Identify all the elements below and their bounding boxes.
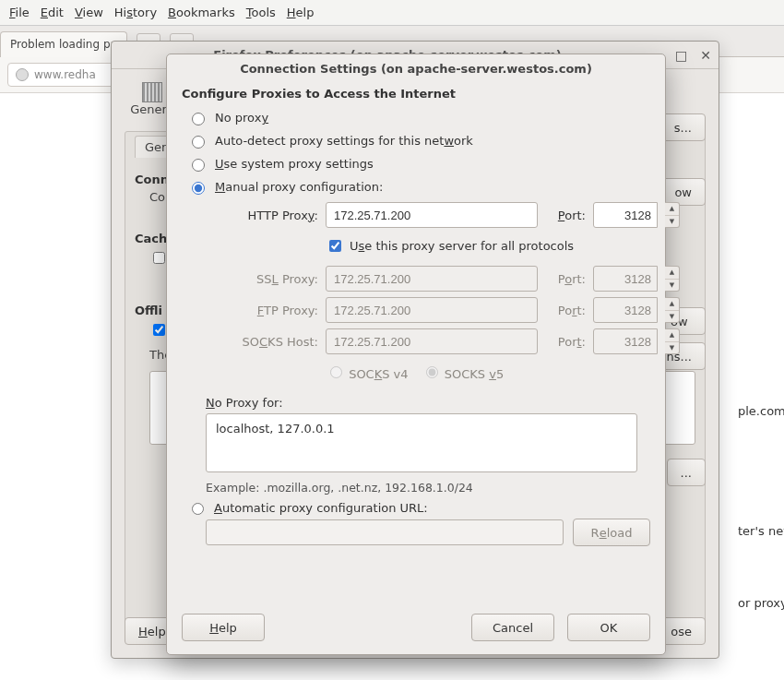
- cancel-button[interactable]: Cancel: [471, 614, 554, 641]
- menu-view[interactable]: View: [75, 6, 103, 19]
- ssl-port-spinner: ▲▼: [665, 266, 680, 292]
- radio-manual-proxy-input[interactable]: [192, 182, 205, 195]
- menu-help[interactable]: Help: [287, 6, 315, 19]
- http-proxy-input[interactable]: [326, 202, 538, 228]
- reload-button[interactable]: Reload: [573, 519, 650, 546]
- maximize-icon[interactable]: □: [675, 48, 687, 63]
- tab-title: Problem loading pa: [10, 38, 117, 51]
- use-for-all-checkbox[interactable]: [329, 240, 341, 252]
- radio-auto-url[interactable]: Automatic proxy configuration URL:: [187, 500, 650, 515]
- url-text: www.redha: [34, 68, 96, 81]
- dialog-footer: Help Cancel OK: [182, 614, 650, 641]
- menu-bookmarks[interactable]: Bookmarks: [168, 6, 235, 19]
- dialog-heading: Configure Proxies to Access the Internet: [182, 87, 650, 101]
- radio-auto-url-input[interactable]: [192, 503, 204, 515]
- use-for-all-label: Use this proxy server for all protocols: [350, 239, 574, 253]
- connection-settings-button[interactable]: s...: [660, 113, 706, 141]
- browser-tab[interactable]: Problem loading pa: [0, 31, 127, 57]
- ftp-port-label: Port:: [545, 304, 586, 317]
- radio-socks5: SOCKS v5: [422, 364, 505, 381]
- ssl-proxy-label: SSL Proxy:: [206, 272, 318, 286]
- menubar: File Edit View History Bookmarks Tools H…: [0, 0, 784, 26]
- globe-icon: [16, 68, 29, 81]
- http-proxy-label: HTTP Proxy:: [206, 209, 318, 222]
- offline-notify-checkbox[interactable]: [153, 324, 165, 336]
- no-proxy-input[interactable]: [206, 413, 637, 472]
- ftp-port-spinner: ▲▼: [665, 297, 680, 323]
- ssl-port-label: Port:: [545, 272, 586, 286]
- no-proxy-label: No Proxy for:: [206, 396, 650, 410]
- menu-history[interactable]: History: [114, 6, 157, 19]
- radio-system-proxy[interactable]: Use system proxy settings: [187, 156, 650, 172]
- ok-button[interactable]: OK: [567, 614, 650, 641]
- socks-host-label: SOCKS Host:: [206, 335, 318, 349]
- http-port-label: Port:: [545, 209, 586, 222]
- auto-url-input: [206, 519, 564, 545]
- socks-port-spinner: ▲▼: [665, 328, 680, 354]
- radio-auto-detect[interactable]: Auto-detect proxy settings for this netw…: [187, 133, 650, 149]
- http-port-spinner[interactable]: ▲▼: [665, 202, 680, 228]
- menu-file[interactable]: File: [9, 6, 30, 19]
- radio-auto-detect-input[interactable]: [192, 136, 205, 149]
- dialog-help-button[interactable]: Help: [182, 614, 265, 641]
- error-text-clip: ple.com in ter's netw or proxy,: [738, 352, 784, 663]
- radio-socks4: SOCKS v4: [326, 364, 409, 381]
- radio-no-proxy[interactable]: No proxy: [187, 110, 650, 125]
- connection-settings-dialog: Connection Settings (on apache-server.we…: [166, 54, 666, 655]
- socks-host-input: [326, 328, 538, 354]
- dialog-title: Connection Settings (on apache-server.we…: [167, 54, 665, 81]
- socks-port-label: Port:: [545, 335, 586, 349]
- radio-manual-proxy[interactable]: Manual proxy configuration:: [187, 179, 650, 195]
- offline-remove-button[interactable]: ...: [667, 459, 706, 486]
- http-port-input[interactable]: [593, 202, 658, 228]
- ftp-proxy-label: FTP Proxy:: [206, 304, 318, 317]
- radio-system-proxy-input[interactable]: [192, 159, 205, 172]
- menu-edit[interactable]: Edit: [41, 6, 64, 19]
- radio-no-proxy-input[interactable]: [192, 113, 205, 125]
- close-icon[interactable]: ✕: [700, 48, 711, 63]
- sliders-icon: [142, 82, 162, 102]
- ssl-proxy-input: [326, 266, 538, 292]
- ssl-port-input: [593, 266, 658, 292]
- menu-tools[interactable]: Tools: [246, 6, 276, 19]
- cache-override-checkbox[interactable]: [153, 252, 165, 264]
- proxy-grid: HTTP Proxy: Port: ▲▼ Use this proxy serv…: [206, 202, 650, 387]
- socks-port-input: [593, 328, 658, 354]
- ftp-proxy-input: [326, 297, 538, 323]
- no-proxy-example: Example: .mozilla.org, .net.nz, 192.168.…: [206, 481, 650, 495]
- ftp-port-input: [593, 297, 658, 323]
